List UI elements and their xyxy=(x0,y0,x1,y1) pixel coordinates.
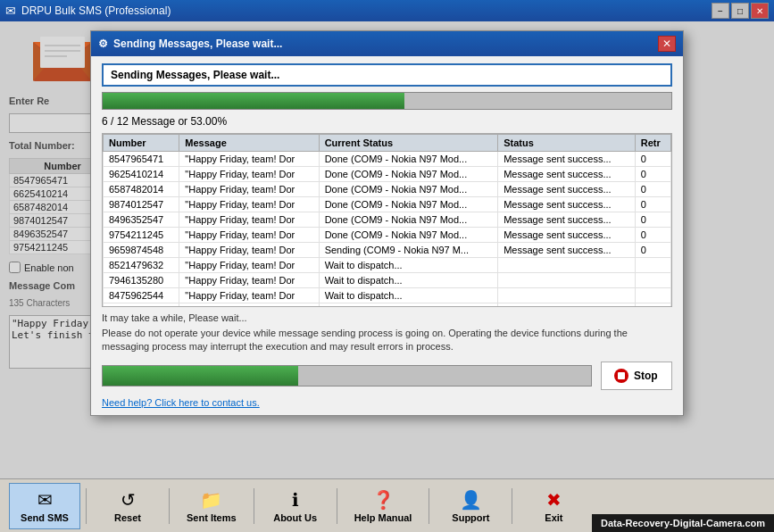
help-manual-icon: ❓ xyxy=(372,489,395,511)
minimize-button[interactable]: − xyxy=(712,3,729,19)
table-row: 8475962544"Happy Friday, team! DorWait t… xyxy=(104,288,671,303)
separator-3 xyxy=(254,488,254,524)
bottom-toolbar: ✉ Send SMS ↺ Reset 📁 Sent Items ℹ About … xyxy=(0,478,774,532)
support-icon: 👤 xyxy=(460,489,482,511)
separator-6 xyxy=(512,488,512,524)
table-cell: Message sent success... xyxy=(498,243,635,258)
support-button[interactable]: 👤 Support xyxy=(435,483,506,529)
table-cell: Done (COM9 - Nokia N97 Mod... xyxy=(319,228,498,243)
table-row: 8521479632"Happy Friday, team! DorWait t… xyxy=(104,258,671,273)
table-cell xyxy=(498,258,635,273)
about-us-icon: ℹ xyxy=(292,489,299,511)
reset-button[interactable]: ↺ Reset xyxy=(92,483,163,529)
table-cell: 9632001477 xyxy=(104,303,179,308)
dialog-overlay: ⚙ Sending Messages, Please wait... ✕ Sen… xyxy=(0,21,774,478)
table-cell xyxy=(635,288,670,303)
table-row: 8496352547"Happy Friday, team! DorDone (… xyxy=(104,212,671,228)
table-cell: 0 xyxy=(635,182,670,197)
main-progress-bar xyxy=(102,92,672,110)
table-row: 7946135280"Happy Friday, team! DorWait t… xyxy=(104,273,671,288)
table-cell: 0 xyxy=(635,228,670,243)
main-progress-fill xyxy=(103,93,404,109)
exit-icon: ✖ xyxy=(546,489,562,511)
separator-4 xyxy=(337,488,337,524)
table-cell: 7946135280 xyxy=(104,273,179,288)
reset-label: Reset xyxy=(114,512,141,523)
messages-table: NumberMessageCurrent StatusStatusRetr 85… xyxy=(103,134,671,307)
about-us-button[interactable]: ℹ About Us xyxy=(260,483,331,529)
table-header-cell: Status xyxy=(498,135,635,152)
send-sms-button[interactable]: ✉ Send SMS xyxy=(9,483,80,529)
table-cell: Wait to dispatch... xyxy=(319,273,498,288)
table-cell: Message sent success... xyxy=(498,212,635,228)
table-cell: Sending (COM9 - Nokia N97 M... xyxy=(319,243,498,258)
dialog-close-button[interactable]: ✕ xyxy=(658,36,676,52)
table-row: 9754211245"Happy Friday, team! DorDone (… xyxy=(104,228,671,243)
warning-message: Please do not operate your device while … xyxy=(102,327,672,354)
dialog-title-area: ⚙ Sending Messages, Please wait... xyxy=(98,37,282,50)
table-cell xyxy=(498,303,635,308)
table-cell: Done (COM9 - Nokia N97 Mod... xyxy=(319,197,498,212)
table-cell: 9754211245 xyxy=(104,228,179,243)
table-cell: 0 xyxy=(635,152,670,167)
separator-1 xyxy=(86,488,87,524)
table-row: 9632001477"Happy Friday, team! DorWait t… xyxy=(104,303,671,308)
dialog-titlebar: ⚙ Sending Messages, Please wait... ✕ xyxy=(91,31,683,56)
table-row: 9874012547"Happy Friday, team! DorDone (… xyxy=(104,197,671,212)
table-header-cell: Number xyxy=(104,135,179,152)
table-cell xyxy=(635,303,670,308)
table-cell: "Happy Friday, team! Dor xyxy=(179,152,319,167)
sending-dialog: ⚙ Sending Messages, Please wait... ✕ Sen… xyxy=(90,30,684,416)
help-manual-label: Help Manual xyxy=(354,512,412,523)
table-cell: Message sent success... xyxy=(498,228,635,243)
progress-label: 6 / 12 Message or 53.00% xyxy=(102,115,672,128)
table-cell: "Happy Friday, team! Dor xyxy=(179,167,319,182)
about-us-label: About Us xyxy=(273,512,317,523)
send-sms-icon: ✉ xyxy=(37,489,53,511)
close-button[interactable]: ✕ xyxy=(751,3,769,19)
table-header-cell: Retr xyxy=(635,135,670,152)
table-row: 9625410214"Happy Friday, team! DorDone (… xyxy=(104,167,671,182)
table-cell: Message sent success... xyxy=(498,197,635,212)
table-cell: 8496352547 xyxy=(104,212,179,228)
table-cell: 0 xyxy=(635,243,670,258)
table-cell: 9625410214 xyxy=(104,167,179,182)
app-title: DRPU Bulk SMS (Professional) xyxy=(21,4,171,17)
table-cell: "Happy Friday, team! Dor xyxy=(179,212,319,228)
exit-button[interactable]: ✖ Exit xyxy=(518,483,589,529)
table-cell: Done (COM9 - Nokia N97 Mod... xyxy=(319,212,498,228)
table-cell xyxy=(635,273,670,288)
watermark: Data-Recovery-Digital-Camera.com xyxy=(592,514,774,532)
table-cell: Message sent success... xyxy=(498,167,635,182)
stop-button[interactable]: Stop xyxy=(601,362,672,390)
table-cell: 0 xyxy=(635,212,670,228)
dialog-header-text: Sending Messages, Please wait... xyxy=(102,63,672,87)
table-cell: "Happy Friday, team! Dor xyxy=(179,182,319,197)
table-cell xyxy=(498,273,635,288)
table-header-cell: Current Status xyxy=(319,135,498,152)
table-cell: 9874012547 xyxy=(104,197,179,212)
table-row: 9659874548"Happy Friday, team! DorSendin… xyxy=(104,243,671,258)
maximize-button[interactable]: □ xyxy=(731,3,749,19)
table-cell: Done (COM9 - Nokia N97 Mod... xyxy=(319,182,498,197)
table-cell: 0 xyxy=(635,167,670,182)
bottom-progress-row: Stop xyxy=(102,362,672,390)
table-cell: 0 xyxy=(635,197,670,212)
table-cell: 8521479632 xyxy=(104,258,179,273)
table-cell: "Happy Friday, team! Dor xyxy=(179,303,319,308)
help-link[interactable]: Need help? Click here to contact us. xyxy=(102,397,672,408)
title-bar-controls: − □ ✕ xyxy=(712,3,769,19)
table-cell: 9659874548 xyxy=(104,243,179,258)
bottom-progress-bar xyxy=(102,365,592,387)
table-cell: 6587482014 xyxy=(104,182,179,197)
title-bar: ✉ DRPU Bulk SMS (Professional) − □ ✕ xyxy=(0,0,774,21)
messages-table-container: NumberMessageCurrent StatusStatusRetr 85… xyxy=(102,133,672,307)
sent-items-button[interactable]: 📁 Sent Items xyxy=(175,483,248,529)
stop-label: Stop xyxy=(634,370,658,382)
table-header-row: NumberMessageCurrent StatusStatusRetr xyxy=(104,135,671,152)
table-cell: Wait to dispatch... xyxy=(319,303,498,308)
wait-message: It may take a while, Please wait... xyxy=(102,312,672,323)
help-manual-button[interactable]: ❓ Help Manual xyxy=(343,483,424,529)
table-cell: Wait to dispatch... xyxy=(319,288,498,303)
bottom-progress-fill xyxy=(103,366,298,386)
